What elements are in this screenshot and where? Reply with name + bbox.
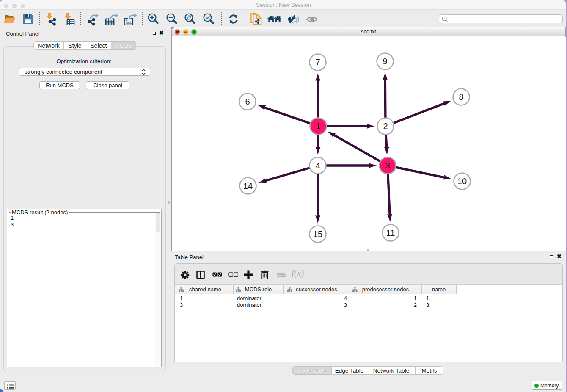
svg-text:14: 14 bbox=[243, 181, 253, 190]
svg-text:4: 4 bbox=[315, 161, 320, 170]
svg-text:2: 2 bbox=[383, 121, 388, 131]
svg-text:7: 7 bbox=[315, 58, 320, 67]
svg-text:1: 1 bbox=[316, 121, 320, 131]
svg-text:10: 10 bbox=[457, 177, 467, 186]
svg-text:9: 9 bbox=[383, 57, 387, 66]
svg-text:15: 15 bbox=[313, 229, 322, 239]
svg-text:6: 6 bbox=[245, 97, 250, 106]
svg-text:11: 11 bbox=[386, 228, 395, 237]
svg-text:8: 8 bbox=[459, 92, 463, 102]
svg-text:3: 3 bbox=[385, 161, 390, 170]
